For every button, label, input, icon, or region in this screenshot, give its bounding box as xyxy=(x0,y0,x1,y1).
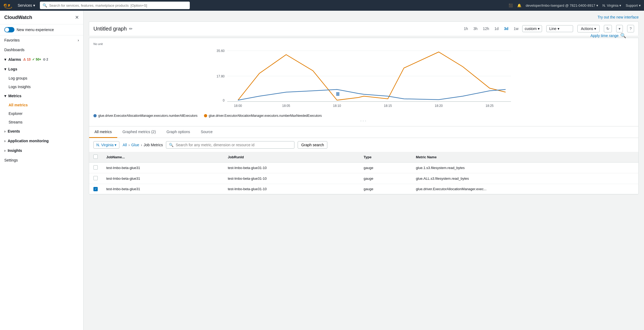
legend-item-orange: glue.driver.ExecutorAllocationManager.ex… xyxy=(204,114,322,118)
metric-search-box[interactable]: 🔍 xyxy=(166,141,294,149)
chart-type-select[interactable]: Line ▾ xyxy=(546,25,573,32)
top-search-bar[interactable]: 🔍 xyxy=(40,2,190,9)
search-zoom-icon: 🔍 xyxy=(620,33,626,39)
table-row: test-lmbo-beta-glue31 test-lmbo-beta-glu… xyxy=(89,163,638,173)
select-all-checkbox[interactable] xyxy=(93,155,98,159)
sidebar-section-logs[interactable]: ▾ Logs xyxy=(0,64,83,74)
account-info[interactable]: developer/lmbo-Isengard @ 7821-0400-8917… xyxy=(526,3,598,8)
row-checkbox-2[interactable] xyxy=(93,176,98,180)
aws-logo xyxy=(3,1,13,10)
help-btn[interactable]: ? xyxy=(627,25,634,32)
services-label: Services xyxy=(18,3,32,8)
svg-text:18:20: 18:20 xyxy=(435,104,443,108)
time-btn-3d[interactable]: 3d xyxy=(502,25,510,32)
region-label: N. Virginia xyxy=(603,3,619,8)
svg-text:17.80: 17.80 xyxy=(217,74,225,78)
cell-jobname-1: test-lmbo-beta-glue31 xyxy=(102,163,223,173)
time-btn-1w[interactable]: 1w xyxy=(512,25,520,32)
breadcrumb: All › Glue › Job Metrics xyxy=(123,143,163,147)
services-menu[interactable]: Services ▾ xyxy=(16,3,37,8)
breadcrumb-glue[interactable]: Glue xyxy=(131,143,139,147)
region-dropdown[interactable]: N. Virginia ▾ xyxy=(93,141,119,149)
chevron-down-icon: ▾ xyxy=(4,67,6,71)
support-menu[interactable]: Support ▾ xyxy=(626,3,641,8)
col-header-jobrunid: JobRunId xyxy=(223,152,359,163)
cell-type-2: gauge xyxy=(359,173,412,184)
terminal-icon-btn[interactable]: ⬛ xyxy=(509,3,513,8)
try-new-interface-link[interactable]: Try out the new interface xyxy=(597,15,639,19)
row-checkbox-1[interactable] xyxy=(93,165,98,170)
chevron-right-icon: › xyxy=(4,129,6,133)
cell-metric-1: glue.1.s3.filesystem.read_bytes xyxy=(412,163,638,173)
svg-text:18:15: 18:15 xyxy=(384,104,392,108)
sidebar-section-alarms[interactable]: ▾ Alarms ⚠ 13 ✓ 50+ ⊙ 2 xyxy=(0,55,83,64)
sidebar-item-streams[interactable]: Streams xyxy=(0,118,83,126)
svg-text:18:05: 18:05 xyxy=(282,104,290,108)
sidebar-item-logs-insights[interactable]: Logs Insights xyxy=(0,82,83,91)
apply-time-range-link[interactable]: Apply time range 🔍 xyxy=(590,33,626,39)
sidebar-item-settings[interactable]: Settings xyxy=(0,155,83,165)
sidebar-header: CloudWatch ✕ xyxy=(0,11,83,24)
tab-graphed-metrics[interactable]: Graphed metrics (2) xyxy=(117,126,161,138)
table-row: test-lmbo-beta-glue31 test-lmbo-beta-glu… xyxy=(89,184,638,194)
svg-text:18:25: 18:25 xyxy=(486,104,494,108)
sidebar-item-all-metrics[interactable]: All metrics xyxy=(0,101,83,109)
sidebar-item-explorer[interactable]: Explorer xyxy=(0,109,83,118)
table-toolbar: N. Virginia ▾ All › Glue › Job Metrics 🔍… xyxy=(89,138,638,152)
legend-dot-blue xyxy=(93,114,97,117)
graph-search-btn[interactable]: Graph search xyxy=(298,141,327,149)
search-icon: 🔍 xyxy=(169,143,173,147)
table-row: test-lmbo-beta-glue31 test-lmbo-beta-glu… xyxy=(89,173,638,184)
legend-dot-orange xyxy=(204,114,207,117)
legend-label-blue: glue.driver.ExecutorAllocationManager.ex… xyxy=(98,114,198,118)
time-btn-3h[interactable]: 3h xyxy=(472,25,479,32)
actions-button[interactable]: Actions ▾ xyxy=(577,25,600,32)
col-header-type: Type xyxy=(359,152,412,163)
time-btn-1h[interactable]: 1h xyxy=(462,25,470,32)
sidebar-section-app-monitoring[interactable]: › Application monitoring xyxy=(0,136,83,146)
sidebar-item-log-groups[interactable]: Log groups xyxy=(0,74,83,82)
sidebar-close-btn[interactable]: ✕ xyxy=(75,14,79,20)
alarm-badges: ⚠ 13 ✓ 50+ ⊙ 2 xyxy=(23,58,48,61)
time-btn-12h[interactable]: 12h xyxy=(481,25,491,32)
region-dropdown-icon: ▾ xyxy=(115,143,116,147)
search-input[interactable] xyxy=(49,3,187,8)
custom-time-select[interactable]: custom ▾ xyxy=(522,25,542,32)
cell-jobrunid-3: test-lmbo-beta-glue31-10 xyxy=(223,184,359,194)
sidebar-item-dashboards[interactable]: Dashboards xyxy=(0,45,83,55)
tab-graph-options[interactable]: Graph options xyxy=(161,126,195,138)
chevron-right-icon: › xyxy=(4,148,6,153)
graph-header: Untitled graph ✏ 1h 3h 12h 1d 3d 1w cust… xyxy=(89,21,639,36)
legend-item-blue: glue.driver.ExecutorAllocationManager.ex… xyxy=(93,114,198,118)
breadcrumb-all[interactable]: All xyxy=(123,143,127,147)
top-nav: Services ▾ 🔍 ⬛ 🔔 developer/lmbo-Isengard… xyxy=(0,0,644,11)
region-selector[interactable]: N. Virginia ▾ xyxy=(603,3,622,8)
new-menu-toggle[interactable] xyxy=(4,27,14,32)
tab-all-metrics[interactable]: All metrics xyxy=(89,126,117,138)
drag-handle[interactable]: --- xyxy=(93,119,634,123)
support-chevron: ▾ xyxy=(639,3,641,8)
sidebar-section-metrics[interactable]: ▾ Metrics xyxy=(0,91,83,101)
alarm-badge-grey: ⊙ 2 xyxy=(43,58,48,61)
cell-jobname-2: test-lmbo-beta-glue31 xyxy=(102,173,223,184)
account-label: developer/lmbo-Isengard @ 7821-0400-8917 xyxy=(526,3,595,8)
support-label: Support xyxy=(626,3,638,8)
bell-icon-btn[interactable]: 🔔 xyxy=(517,3,521,8)
row-checkbox-3[interactable] xyxy=(93,187,98,191)
sidebar-section-events[interactable]: › Events xyxy=(0,126,83,136)
time-btn-1d[interactable]: 1d xyxy=(493,25,500,32)
apply-time-range-label: Apply time range xyxy=(590,33,619,38)
chart-svg: 35.60 17.80 0 18:00 18:05 18:10 18:15 18… xyxy=(93,47,634,111)
sidebar-item-favorites[interactable]: Favorites › xyxy=(0,35,83,45)
graph-title-group: Untitled graph ✏ xyxy=(93,26,458,32)
sidebar: CloudWatch ✕ New menu experience Favorit… xyxy=(0,11,84,330)
main-content: Try out the new interface Untitled graph… xyxy=(84,11,644,330)
sidebar-section-insights[interactable]: › Insights xyxy=(0,146,83,155)
refresh-btn[interactable]: ↻ xyxy=(604,25,612,32)
edit-icon[interactable]: ✏ xyxy=(129,26,132,31)
actions-label: Actions xyxy=(581,27,593,31)
tab-source[interactable]: Source xyxy=(195,126,218,138)
actions-chevron: ▾ xyxy=(594,27,596,31)
refresh-options-btn[interactable]: ▾ xyxy=(616,25,623,32)
metric-search-input[interactable] xyxy=(176,143,291,147)
